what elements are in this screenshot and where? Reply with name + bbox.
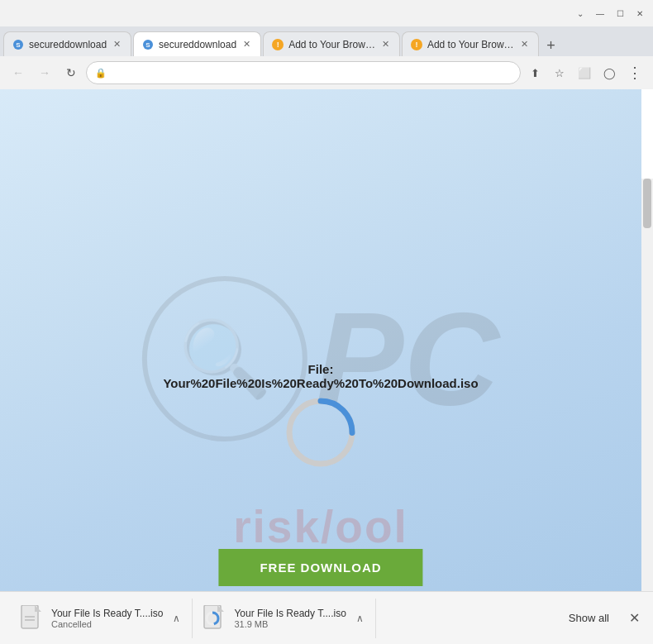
tab-2-close[interactable]: ✕ xyxy=(241,39,252,50)
download-item-2-icon xyxy=(201,605,227,632)
show-all-button[interactable]: Show all xyxy=(562,608,616,627)
tab-4-warning-icon: ! xyxy=(411,39,422,50)
watermark-bottom-text: risk/ool xyxy=(233,500,408,553)
download-bar-right: Show all ✕ xyxy=(562,607,643,629)
profile-button[interactable]: ◯ xyxy=(598,62,620,83)
title-bar-controls: ⌄ — ☐ ✕ xyxy=(574,7,646,20)
minimize-button[interactable]: — xyxy=(593,7,607,20)
download-item-2-expand[interactable]: ∧ xyxy=(353,609,367,627)
page-content: 🔍 PC risk/ool File: Your%20File%20Is%20R… xyxy=(0,89,641,627)
download-item-1: Your File Is Ready T....iso Cancelled ∧ xyxy=(10,599,193,638)
free-download-button[interactable]: FREE DOWNLOAD xyxy=(218,549,422,586)
lock-icon: 🔒 xyxy=(95,68,107,79)
browser-viewport: 🔍 PC risk/ool File: Your%20File%20Is%20R… xyxy=(0,89,653,627)
tab-2[interactable]: S secureddownload ✕ xyxy=(133,31,261,56)
tab-1-label: secureddownload xyxy=(29,39,107,50)
tab-1-close[interactable]: ✕ xyxy=(112,39,122,50)
download-item-2-info: Your File Is Ready T....iso 31.9 MB xyxy=(234,608,346,629)
tab-3-label: Add to Your Brow… xyxy=(288,39,375,50)
file-name: Your%20File%20Is%20Ready%20To%20Download… xyxy=(163,376,478,390)
tab-3-close[interactable]: ✕ xyxy=(380,39,391,50)
scrollbar-thumb[interactable] xyxy=(643,179,651,228)
bookmark-button[interactable]: ☆ xyxy=(549,62,570,83)
tab-3[interactable]: ! Add to Your Brow… ✕ xyxy=(263,31,400,56)
download-item-1-name: Your File Is Ready T....iso xyxy=(51,608,163,619)
file-label: File: xyxy=(163,362,478,376)
reload-button[interactable]: ↻ xyxy=(60,61,83,84)
download-item-2-name: Your File Is Ready T....iso xyxy=(234,608,346,619)
tab-4-close[interactable]: ✕ xyxy=(519,39,530,50)
download-item-1-expand[interactable]: ∧ xyxy=(169,609,184,627)
address-input-wrapper: 🔒 xyxy=(86,61,521,84)
circular-progress xyxy=(284,395,358,473)
tab-2-label: secureddownload xyxy=(159,39,236,50)
title-bar: ⌄ — ☐ ✕ xyxy=(0,0,653,26)
tab-1-favicon: S xyxy=(12,39,24,50)
collapse-button[interactable]: ⌄ xyxy=(574,7,587,20)
new-tab-button[interactable]: + xyxy=(541,35,562,56)
download-item-2: Your File Is Ready T....iso 31.9 MB ∧ xyxy=(193,599,375,638)
tab-3-warning-icon: ! xyxy=(272,39,284,50)
close-download-bar-button[interactable]: ✕ xyxy=(626,607,643,629)
share-button[interactable]: ⬆ xyxy=(524,62,546,83)
address-bar: ← → ↻ 🔒 ⬆ ☆ ⬜ ◯ ⋮ xyxy=(0,56,653,89)
download-item-1-icon xyxy=(18,605,45,632)
download-item-1-status: Cancelled xyxy=(51,619,163,629)
tab-4-label: Add to Your Brow… xyxy=(427,39,514,50)
tabs-bar: S secureddownload ✕ S secureddownload ✕ … xyxy=(0,26,653,56)
back-button[interactable]: ← xyxy=(7,61,30,84)
svg-text:S: S xyxy=(16,41,21,49)
address-bar-icons: ⬆ ☆ ⬜ ◯ ⋮ xyxy=(524,61,646,84)
download-item-2-size: 31.9 MB xyxy=(234,619,346,629)
tab-1[interactable]: S secureddownload ✕ xyxy=(3,31,131,56)
close-button[interactable]: ✕ xyxy=(633,7,646,20)
extensions-button[interactable]: ⬜ xyxy=(574,62,595,83)
menu-button[interactable]: ⋮ xyxy=(623,61,646,84)
scrollbar[interactable] xyxy=(641,179,653,644)
download-bar: Your File Is Ready T....iso Cancelled ∧ … xyxy=(0,591,653,644)
tab-4[interactable]: ! Add to Your Brow… ✕ xyxy=(402,31,539,56)
download-item-1-info: Your File Is Ready T....iso Cancelled xyxy=(51,608,163,629)
forward-button[interactable]: → xyxy=(33,61,56,84)
tab-2-favicon: S xyxy=(142,39,154,50)
watermark-circle: 🔍 xyxy=(142,276,307,441)
restore-button[interactable]: ☐ xyxy=(613,7,627,20)
file-info: File: Your%20File%20Is%20Ready%20To%20Do… xyxy=(163,362,478,390)
svg-text:S: S xyxy=(145,41,150,49)
